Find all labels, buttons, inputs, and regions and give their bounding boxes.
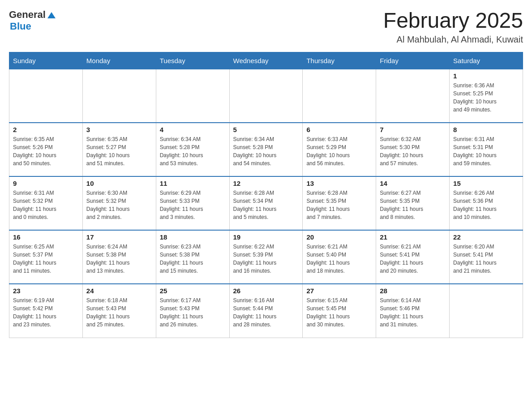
day-number: 9 [13, 180, 79, 187]
calendar-cell: 8Sunrise: 6:31 AM Sunset: 5:31 PM Daylig… [450, 123, 523, 176]
day-header-thursday: Thursday [303, 52, 376, 69]
location: Al Mahbulah, Al Ahmadi, Kuwait [383, 34, 523, 45]
day-header-sunday: Sunday [9, 52, 83, 69]
day-info: Sunrise: 6:25 AM Sunset: 5:37 PM Dayligh… [13, 243, 79, 275]
calendar-cell: 23Sunrise: 6:19 AM Sunset: 5:42 PM Dayli… [9, 284, 83, 338]
day-info: Sunrise: 6:23 AM Sunset: 5:38 PM Dayligh… [160, 243, 226, 275]
day-info: Sunrise: 6:34 AM Sunset: 5:28 PM Dayligh… [160, 135, 226, 167]
day-number: 21 [380, 233, 446, 241]
calendar-table: SundayMondayTuesdayWednesdayThursdayFrid… [9, 52, 523, 338]
day-number: 28 [380, 287, 446, 295]
day-info: Sunrise: 6:35 AM Sunset: 5:26 PM Dayligh… [13, 135, 79, 167]
calendar-cell: 3Sunrise: 6:35 AM Sunset: 5:27 PM Daylig… [82, 123, 156, 176]
day-info: Sunrise: 6:35 AM Sunset: 5:27 PM Dayligh… [86, 135, 152, 167]
day-number: 3 [86, 126, 152, 133]
day-header-monday: Monday [82, 52, 156, 69]
day-info: Sunrise: 6:16 AM Sunset: 5:44 PM Dayligh… [233, 296, 299, 329]
calendar-cell: 15Sunrise: 6:26 AM Sunset: 5:36 PM Dayli… [450, 176, 523, 230]
calendar-cell [229, 69, 303, 123]
calendar-cell: 1Sunrise: 6:36 AM Sunset: 5:25 PM Daylig… [450, 69, 523, 123]
day-info: Sunrise: 6:21 AM Sunset: 5:40 PM Dayligh… [306, 243, 372, 275]
day-number: 16 [13, 233, 79, 241]
day-number: 6 [306, 126, 372, 133]
day-number: 11 [160, 180, 226, 187]
calendar-cell: 25Sunrise: 6:17 AM Sunset: 5:43 PM Dayli… [156, 284, 229, 338]
day-info: Sunrise: 6:30 AM Sunset: 5:32 PM Dayligh… [86, 189, 152, 221]
logo-general: General [9, 9, 46, 21]
day-number: 19 [233, 233, 299, 241]
day-number: 22 [453, 233, 519, 241]
calendar-week-row: 2Sunrise: 6:35 AM Sunset: 5:26 PM Daylig… [9, 123, 523, 176]
calendar-cell: 6Sunrise: 6:33 AM Sunset: 5:29 PM Daylig… [303, 123, 376, 176]
calendar-week-row: 23Sunrise: 6:19 AM Sunset: 5:42 PM Dayli… [9, 284, 523, 338]
calendar-cell: 20Sunrise: 6:21 AM Sunset: 5:40 PM Dayli… [303, 230, 376, 284]
day-number: 17 [86, 233, 152, 241]
day-info: Sunrise: 6:22 AM Sunset: 5:39 PM Dayligh… [233, 243, 299, 275]
day-number: 4 [160, 126, 226, 133]
calendar-week-row: 1Sunrise: 6:36 AM Sunset: 5:25 PM Daylig… [9, 69, 523, 123]
day-info: Sunrise: 6:27 AM Sunset: 5:35 PM Dayligh… [380, 189, 446, 221]
calendar-cell: 26Sunrise: 6:16 AM Sunset: 5:44 PM Dayli… [229, 284, 303, 338]
month-title: February 2025 [383, 9, 523, 33]
day-info: Sunrise: 6:15 AM Sunset: 5:45 PM Dayligh… [306, 296, 372, 329]
day-info: Sunrise: 6:26 AM Sunset: 5:36 PM Dayligh… [453, 189, 519, 221]
day-info: Sunrise: 6:20 AM Sunset: 5:41 PM Dayligh… [453, 243, 519, 275]
day-number: 2 [13, 126, 79, 133]
calendar-cell: 18Sunrise: 6:23 AM Sunset: 5:38 PM Dayli… [156, 230, 229, 284]
calendar-cell: 24Sunrise: 6:18 AM Sunset: 5:43 PM Dayli… [82, 284, 156, 338]
calendar-cell: 7Sunrise: 6:32 AM Sunset: 5:30 PM Daylig… [376, 123, 450, 176]
page-header: General Blue February 2025 Al Mahbulah, … [9, 9, 523, 45]
calendar-cell [303, 69, 376, 123]
day-info: Sunrise: 6:14 AM Sunset: 5:46 PM Dayligh… [380, 296, 446, 329]
calendar-cell: 2Sunrise: 6:35 AM Sunset: 5:26 PM Daylig… [9, 123, 83, 176]
calendar-cell: 12Sunrise: 6:28 AM Sunset: 5:34 PM Dayli… [229, 176, 303, 230]
calendar-cell [450, 284, 523, 338]
day-number: 12 [233, 180, 299, 187]
day-info: Sunrise: 6:28 AM Sunset: 5:34 PM Dayligh… [233, 189, 299, 221]
day-header-saturday: Saturday [450, 52, 523, 69]
calendar-week-row: 16Sunrise: 6:25 AM Sunset: 5:37 PM Dayli… [9, 230, 523, 284]
day-info: Sunrise: 6:32 AM Sunset: 5:30 PM Dayligh… [380, 135, 446, 167]
day-info: Sunrise: 6:31 AM Sunset: 5:31 PM Dayligh… [453, 135, 519, 167]
day-number: 15 [453, 180, 519, 187]
calendar-cell: 28Sunrise: 6:14 AM Sunset: 5:46 PM Dayli… [376, 284, 450, 338]
day-info: Sunrise: 6:29 AM Sunset: 5:33 PM Dayligh… [160, 189, 226, 221]
calendar-cell: 17Sunrise: 6:24 AM Sunset: 5:38 PM Dayli… [82, 230, 156, 284]
day-number: 14 [380, 180, 446, 187]
calendar-cell [82, 69, 156, 123]
calendar-cell: 14Sunrise: 6:27 AM Sunset: 5:35 PM Dayli… [376, 176, 450, 230]
day-number: 8 [453, 126, 519, 133]
day-number: 23 [13, 287, 79, 295]
calendar-cell: 9Sunrise: 6:31 AM Sunset: 5:32 PM Daylig… [9, 176, 83, 230]
calendar-header-row: SundayMondayTuesdayWednesdayThursdayFrid… [9, 52, 523, 69]
day-header-friday: Friday [376, 52, 450, 69]
logo: General Blue [9, 9, 56, 32]
logo-blue: Blue [10, 21, 31, 32]
day-info: Sunrise: 6:24 AM Sunset: 5:38 PM Dayligh… [86, 243, 152, 275]
calendar-cell [9, 69, 83, 123]
day-header-tuesday: Tuesday [156, 52, 229, 69]
day-number: 5 [233, 126, 299, 133]
calendar-cell [156, 69, 229, 123]
day-info: Sunrise: 6:19 AM Sunset: 5:42 PM Dayligh… [13, 296, 79, 329]
day-number: 1 [453, 72, 519, 80]
calendar-week-row: 9Sunrise: 6:31 AM Sunset: 5:32 PM Daylig… [9, 176, 523, 230]
day-number: 13 [306, 180, 372, 187]
day-info: Sunrise: 6:34 AM Sunset: 5:28 PM Dayligh… [233, 135, 299, 167]
calendar-cell: 10Sunrise: 6:30 AM Sunset: 5:32 PM Dayli… [82, 176, 156, 230]
day-number: 7 [380, 126, 446, 133]
calendar-cell: 5Sunrise: 6:34 AM Sunset: 5:28 PM Daylig… [229, 123, 303, 176]
calendar-cell: 16Sunrise: 6:25 AM Sunset: 5:37 PM Dayli… [9, 230, 83, 284]
calendar-cell: 19Sunrise: 6:22 AM Sunset: 5:39 PM Dayli… [229, 230, 303, 284]
day-info: Sunrise: 6:31 AM Sunset: 5:32 PM Dayligh… [13, 189, 79, 221]
calendar-cell: 22Sunrise: 6:20 AM Sunset: 5:41 PM Dayli… [450, 230, 523, 284]
calendar-cell: 21Sunrise: 6:21 AM Sunset: 5:41 PM Dayli… [376, 230, 450, 284]
day-info: Sunrise: 6:33 AM Sunset: 5:29 PM Dayligh… [306, 135, 372, 167]
day-number: 24 [86, 287, 152, 295]
calendar-cell [376, 69, 450, 123]
day-info: Sunrise: 6:36 AM Sunset: 5:25 PM Dayligh… [453, 81, 519, 114]
day-number: 27 [306, 287, 372, 295]
day-number: 10 [86, 180, 152, 187]
day-number: 18 [160, 233, 226, 241]
day-info: Sunrise: 6:18 AM Sunset: 5:43 PM Dayligh… [86, 296, 152, 329]
